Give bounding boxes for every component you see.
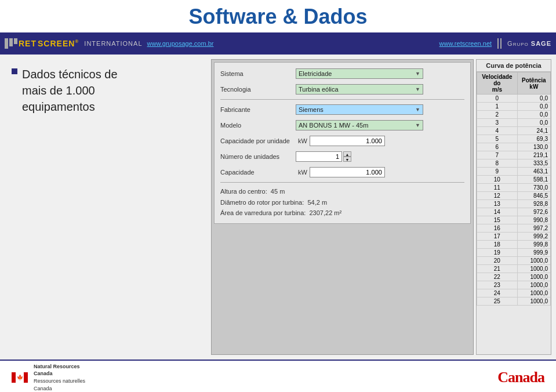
- curve-velocity: 6: [477, 143, 518, 151]
- curve-velocity: 17: [477, 233, 518, 241]
- page-title: Software & Dados: [188, 5, 367, 28]
- curve-row: 211000,0: [477, 265, 551, 273]
- sage-label: SAGE: [531, 40, 551, 47]
- modelo-row: Modelo AN BONUS 1 MW - 45m ▼: [220, 119, 464, 132]
- altura-row: Altura do centro: 45 m: [220, 186, 464, 197]
- modelo-value: AN BONUS 1 MW - 45m: [299, 122, 368, 129]
- right-panel: Curva de potência Velocidadedom/s Potênc…: [476, 59, 551, 355]
- curve-velocity: 11: [477, 184, 518, 192]
- footer-left: 🍁 Natural Resources Canada Ressources na…: [12, 363, 85, 392]
- curve-velocity: 23: [477, 281, 518, 289]
- grupo-label: Grupo: [507, 40, 531, 47]
- tecnologia-dropdown[interactable]: Turbina eólica ▼: [296, 84, 423, 95]
- curve-power: 846,5: [517, 192, 550, 200]
- curve-row: 251000,0: [477, 297, 551, 306]
- capacidade-unit: kW: [298, 137, 307, 144]
- curve-power: 0,0: [517, 111, 550, 119]
- spinner-down[interactable]: ▼: [343, 157, 351, 162]
- logo-sup: ®: [75, 39, 79, 44]
- curve-row: 10,0: [477, 103, 551, 111]
- left-sidebar: Dados técnicos de mais de 1.000 equipame…: [0, 55, 209, 360]
- capacidade-total-row: Capacidade kW: [220, 166, 464, 179]
- curve-row: 15990,8: [477, 216, 551, 224]
- curve-power: 1000,0: [517, 289, 550, 297]
- fabricante-dropdown[interactable]: Siemens ▼: [296, 104, 423, 115]
- modelo-control[interactable]: AN BONUS 1 MW - 45m ▼: [296, 120, 464, 130]
- curve-velocity: 1: [477, 103, 518, 111]
- sidebar-line-3: equipamentos: [22, 100, 95, 113]
- flag-red-right: [24, 372, 28, 383]
- curve-power: 1000,0: [517, 297, 550, 306]
- header: Software & Dados: [0, 0, 556, 32]
- col-pot-header: PotênciakW: [517, 72, 550, 95]
- capacidade-row: Capacidade por unidade kW: [220, 135, 464, 147]
- num-unidades-input[interactable]: [296, 151, 342, 162]
- tecnologia-label: Tecnologia: [220, 86, 296, 93]
- logo-ret: RET: [19, 39, 37, 48]
- capacidade-total-label: Capacidade: [220, 169, 296, 176]
- curve-velocity: 18: [477, 241, 518, 249]
- navbar-left: RETSCREEN® INTERNATIONAL www.gruposage.c…: [5, 38, 213, 49]
- sistema-label: Sistema: [220, 70, 296, 77]
- navbar-dividers: [497, 38, 502, 49]
- fabricante-label: Fabricante: [220, 106, 296, 113]
- tecnologia-arrow: ▼: [415, 86, 420, 92]
- capacidade-label: Capacidade por unidade: [220, 137, 296, 144]
- num-unidades-spinner: ▲ ▼: [343, 151, 351, 162]
- sistema-dropdown[interactable]: Eletricidade ▼: [296, 68, 423, 79]
- capacidade-input[interactable]: [310, 136, 385, 146]
- curve-velocity: 13: [477, 200, 518, 208]
- sidebar-item-dados: Dados técnicos de mais de 1.000 equipame…: [12, 66, 197, 115]
- divider-2: [500, 38, 502, 49]
- fabricante-control[interactable]: Siemens ▼: [296, 104, 464, 115]
- fabricante-value: Siemens: [299, 106, 324, 113]
- curve-row: 569,3: [477, 135, 551, 143]
- curve-velocity: 4: [477, 127, 518, 135]
- curve-power: 0,0: [517, 95, 550, 103]
- logo-bar-2: [9, 38, 13, 46]
- diametro-value: 54,2 m: [307, 199, 327, 206]
- form-panel: Sistema Eletricidade ▼ Tecnologia Turbin…: [214, 62, 471, 224]
- tecnologia-value: Turbina eólica: [299, 86, 339, 93]
- num-unidades-row: Número de unidades ▲ ▼: [220, 150, 464, 163]
- diametro-label: Diâmetro do rotor por turbina:: [220, 199, 304, 206]
- curve-power: 219,1: [517, 151, 550, 159]
- canada-wordmark: Canadạ: [497, 369, 544, 386]
- curve-title: Curva de potência: [477, 60, 551, 72]
- nrc-fr: Ressources naturelles Canada: [34, 378, 85, 392]
- curve-row: 16997,2: [477, 224, 551, 233]
- curve-power: 0,0: [517, 119, 550, 127]
- nrc-fr2-text: Canada: [34, 386, 52, 391]
- url-right[interactable]: www.retscreen.net: [439, 40, 492, 47]
- curve-row: 7219,1: [477, 151, 551, 159]
- curve-velocity: 21: [477, 265, 518, 273]
- sistema-control[interactable]: Eletricidade ▼: [296, 68, 464, 79]
- num-unidades-label: Número de unidades: [220, 153, 296, 160]
- curve-power: 1000,0: [517, 257, 550, 265]
- curve-velocity: 20: [477, 257, 518, 265]
- curve-row: 6130,0: [477, 143, 551, 151]
- curve-power: 69,3: [517, 135, 550, 143]
- curve-velocity: 25: [477, 297, 518, 306]
- curve-velocity: 8: [477, 159, 518, 168]
- curve-row: 00,0: [477, 95, 551, 103]
- sidebar-text: Dados técnicos de mais de 1.000 equipame…: [22, 66, 118, 115]
- divider-1: [497, 38, 499, 49]
- url-left[interactable]: www.gruposage.com.br: [147, 40, 214, 47]
- tecnologia-control[interactable]: Turbina eólica ▼: [296, 84, 464, 95]
- sistema-value: Eletricidade: [299, 70, 332, 77]
- curve-row: 201000,0: [477, 257, 551, 265]
- nrc-en2-text: Canada: [34, 371, 53, 376]
- curve-row: 30,0: [477, 119, 551, 127]
- logo-international: INTERNATIONAL: [82, 40, 142, 47]
- tecnologia-row: Tecnologia Turbina eólica ▼: [220, 83, 464, 96]
- nrc-en-text: Natural Resources: [34, 364, 80, 369]
- sistema-arrow: ▼: [415, 71, 420, 77]
- spinner-up[interactable]: ▲: [343, 151, 351, 157]
- fabricante-row: Fabricante Siemens ▼: [220, 103, 464, 116]
- capacidade-total-input[interactable]: [310, 167, 385, 177]
- curve-power: 990,8: [517, 216, 550, 224]
- panels-wrapper: Sistema Eletricidade ▼ Tecnologia Turbin…: [209, 55, 556, 360]
- curve-power: 972,6: [517, 208, 550, 216]
- modelo-dropdown[interactable]: AN BONUS 1 MW - 45m ▼: [296, 120, 423, 130]
